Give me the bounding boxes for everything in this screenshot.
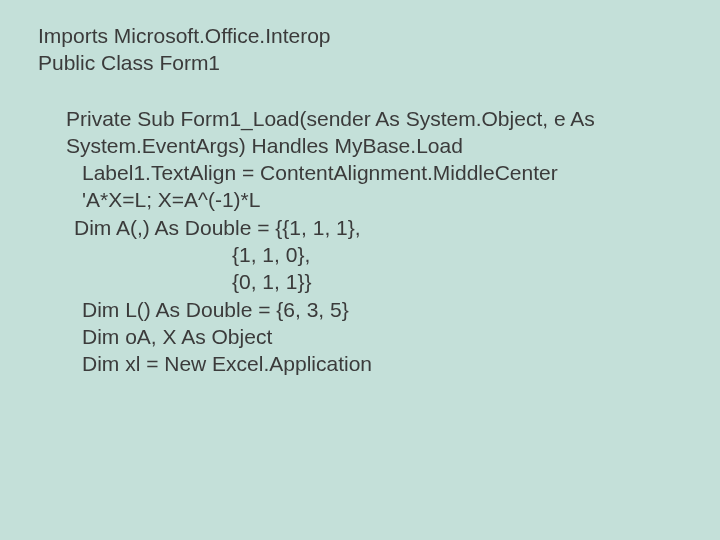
code-line: {1, 1, 0}, (38, 241, 690, 268)
code-line: Label1.TextAlign = ContentAlignment.Midd… (38, 159, 690, 186)
code-line: Imports Microsoft.Office.Interop (38, 22, 690, 49)
code-line: {0, 1, 1}} (38, 268, 690, 295)
code-line: 'A*X=L; X=A^(-1)*L (38, 186, 690, 213)
code-line: Public Class Form1 (38, 49, 690, 76)
code-slide: Imports Microsoft.Office.Interop Public … (0, 0, 720, 378)
code-line: Dim oA, X As Object (38, 323, 690, 350)
code-line: Dim L() As Double = {6, 3, 5} (38, 296, 690, 323)
code-line: Dim xl = New Excel.Application (38, 350, 690, 377)
code-line: Dim A(,) As Double = {{1, 1, 1}, (38, 214, 690, 241)
code-line: Private Sub Form1_Load(sender As System.… (38, 105, 690, 160)
